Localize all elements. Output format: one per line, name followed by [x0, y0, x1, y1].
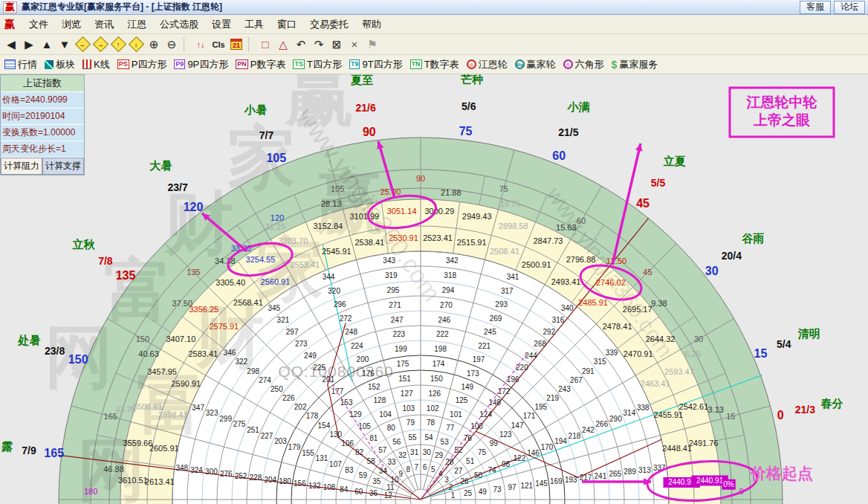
- spiral-number: 36: [369, 489, 378, 497]
- square-tool-icon[interactable]: □: [257, 36, 273, 53]
- panel-button-计算阻力[interactable]: 计算阻力: [1, 158, 42, 175]
- spiral-number: 294: [442, 286, 455, 294]
- outer-price-label: 2542.61: [679, 402, 709, 411]
- percent-label: 18.75: [500, 199, 521, 208]
- spiral-number: 250: [271, 385, 283, 393]
- spiral-number: 345: [268, 304, 280, 312]
- rim-solar-term-label: 大暑: [149, 159, 172, 172]
- pin-icon[interactable]: ⚑: [364, 36, 380, 53]
- toolbar-item-sectors[interactable]: 板块: [45, 58, 75, 71]
- box-x-icon[interactable]: ⊠: [328, 36, 345, 53]
- menu-item-交易委托[interactable]: 交易委托: [303, 16, 355, 33]
- spiral-number: 322: [235, 358, 247, 366]
- spiral-number: 247: [391, 316, 404, 324]
- up-icon[interactable]: ▲: [39, 36, 55, 53]
- menu-item-文件[interactable]: 文件: [22, 16, 55, 33]
- spiral-number: 321: [277, 316, 290, 324]
- menu-item-资讯[interactable]: 资讯: [88, 16, 120, 33]
- spiral-number: 123: [499, 430, 512, 439]
- cls-icon[interactable]: Cls: [210, 36, 227, 53]
- spiral-number: 126: [428, 390, 441, 398]
- outer-price-label: 3305.40: [216, 278, 245, 287]
- toolbar-item-t-square[interactable]: TST四方形: [293, 58, 341, 71]
- inner-price-label: 2538.41: [354, 238, 384, 247]
- toolbar-item-p-table[interactable]: PNP数字表: [236, 58, 285, 71]
- spiral-number: 176: [362, 369, 375, 378]
- diamond-up-icon[interactable]: ↑: [110, 36, 126, 53]
- spiral-number: 317: [501, 287, 514, 295]
- menu-item-窗口[interactable]: 窗口: [271, 16, 303, 33]
- toolbar-item-9t-square[interactable]: T99T四方形: [349, 58, 403, 71]
- degree-tick-label: 15: [726, 412, 735, 421]
- spiral-number: 170: [541, 443, 554, 451]
- spiral-number: 153: [340, 398, 353, 407]
- spiral-number: 300: [205, 468, 218, 476]
- gann-wheel-chart[interactable]: 赢赢家家财财富富网网www.yingjia360.comwww.yingjia3…: [0, 74, 868, 504]
- calendar-21-icon[interactable]: 21: [228, 36, 244, 53]
- spiral-number: 343: [383, 256, 395, 265]
- titlebar-button-客服[interactable]: 客服: [800, 1, 831, 14]
- diamond-down-icon[interactable]: ↓: [128, 36, 144, 53]
- toolbar-item-9p-square[interactable]: P99P四方形: [174, 58, 228, 71]
- toolbar-item-gann-wheel[interactable]: ◎江恩轮: [467, 58, 508, 71]
- outer-price-label: 3610.51: [118, 476, 148, 485]
- toolbar-item-winner-wheel[interactable]: Big赢家轮: [515, 58, 556, 71]
- degree-tick-label: 150: [136, 335, 149, 343]
- degree-tick-label: 135: [187, 268, 200, 277]
- spiral-number: 271: [389, 301, 401, 309]
- updown-arrows-icon[interactable]: ↑↓: [192, 36, 209, 53]
- spiral-number: 34: [379, 467, 388, 475]
- spiral-number: 56: [392, 438, 401, 446]
- menu-item-帮助[interactable]: 帮助: [355, 16, 388, 33]
- zoom-in-icon[interactable]: ⊕: [146, 36, 162, 53]
- spiral-number: 124: [479, 410, 492, 419]
- spiral-number: 267: [570, 376, 583, 384]
- zoom-out-icon[interactable]: ⊖: [163, 36, 180, 53]
- spiral-number: 269: [490, 314, 502, 323]
- back-icon[interactable]: ◀: [3, 36, 19, 53]
- percent-label: 43.75: [115, 405, 136, 414]
- menu-item-江恩[interactable]: 江恩: [120, 16, 153, 33]
- outer-price-label: 2847.73: [534, 236, 563, 245]
- triangle-tool-icon[interactable]: △: [275, 36, 291, 53]
- toolbar-item-quotes[interactable]: 行情: [4, 58, 37, 71]
- degree-tick-label: 45: [643, 268, 652, 277]
- menu-item-浏览[interactable]: 浏览: [55, 16, 88, 33]
- diamond-left-icon[interactable]: ←: [74, 36, 91, 53]
- rim-degree-label: 90: [363, 126, 376, 138]
- titlebar-button-论坛[interactable]: 论坛: [834, 1, 865, 14]
- spiral-number: 173: [467, 369, 479, 378]
- percent-label: 9.38: [651, 299, 667, 308]
- menu-item-工具[interactable]: 工具: [238, 16, 271, 33]
- rotate-cw-icon[interactable]: ↷: [311, 36, 327, 53]
- spiral-number: 5: [431, 465, 435, 474]
- toolbar-item-winner-service[interactable]: $赢家服务: [612, 58, 658, 71]
- toolbar-item-hexagon[interactable]: ◎六角形: [563, 58, 604, 71]
- forward-icon[interactable]: ▶: [21, 36, 37, 53]
- toolbar-item-t-table[interactable]: TNT数字表: [410, 58, 459, 71]
- toolbar-item-p-square[interactable]: PSP四方形: [117, 58, 167, 71]
- spiral-number: 203: [274, 437, 287, 445]
- down-icon[interactable]: ▼: [56, 36, 73, 53]
- menu-item-设置[interactable]: 设置: [205, 16, 238, 33]
- spiral-number: 127: [401, 390, 413, 398]
- spiral-number: 148: [488, 398, 501, 407]
- spiral-number: 100: [470, 422, 483, 430]
- diamond-right-icon[interactable]: →: [92, 36, 108, 53]
- spiral-number: 218: [569, 432, 581, 440]
- spiral-number: 346: [224, 349, 236, 357]
- menu-bar: 赢 文件浏览资讯江恩公式选股设置工具窗口交易委托帮助: [0, 15, 868, 34]
- rotate-ccw-icon[interactable]: ↶: [293, 36, 309, 53]
- spiral-number: 171: [523, 412, 536, 420]
- spiral-number: 204: [264, 476, 276, 484]
- toolbar-item-kline[interactable]: K线: [82, 58, 110, 71]
- spiral-number: 6: [423, 463, 427, 471]
- menu-item-公式选股[interactable]: 公式选股: [153, 16, 205, 33]
- panel-button-计算支撑[interactable]: 计算支撑: [42, 158, 84, 175]
- rim-date-label: 7/9: [22, 445, 36, 456]
- spiral-number: 84: [340, 485, 349, 494]
- rim-degree-label: 15: [754, 347, 768, 360]
- crosshair-icon[interactable]: ×: [346, 36, 363, 53]
- spiral-number: 179: [288, 443, 301, 451]
- spiral-number: 177: [331, 387, 344, 395]
